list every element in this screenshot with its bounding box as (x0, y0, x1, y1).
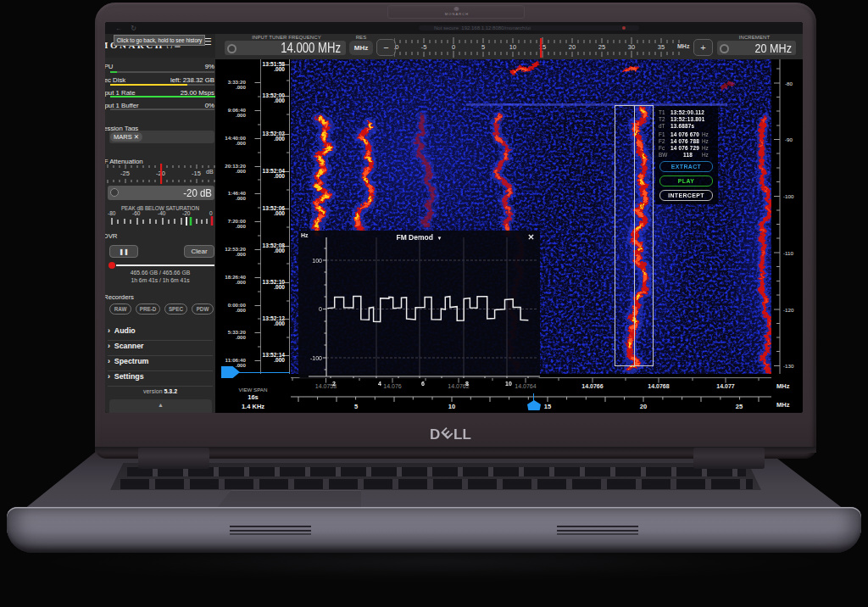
svg-text:-10: -10 (394, 43, 398, 51)
svg-text:100: 100 (312, 258, 322, 264)
svg-text:14.076: 14.076 (383, 383, 402, 389)
svg-text:30: 30 (628, 43, 635, 51)
svg-text:-20: -20 (182, 210, 191, 216)
svg-text:14.0764: 14.0764 (515, 383, 536, 389)
svg-text:14.077: 14.077 (716, 383, 735, 389)
svg-text:15: 15 (544, 403, 551, 410)
svg-text:-90: -90 (785, 136, 793, 142)
svg-text:0: 0 (209, 210, 213, 216)
svg-text:-15: -15 (192, 170, 201, 177)
svg-text:D: D (430, 426, 440, 443)
svg-text:20: 20 (569, 43, 576, 51)
svg-text:-120: -120 (783, 307, 794, 313)
svg-text:LL: LL (453, 426, 471, 443)
svg-text:-40: -40 (158, 210, 166, 216)
svg-text:14.0766: 14.0766 (581, 383, 603, 389)
svg-text:14.0768: 14.0768 (648, 383, 669, 389)
svg-text:-25: -25 (120, 170, 130, 177)
svg-text:-80: -80 (785, 81, 793, 86)
svg-text:5: 5 (481, 43, 485, 51)
svg-text:-5: -5 (421, 43, 427, 51)
svg-text:-80: -80 (108, 210, 116, 216)
svg-text:20: 20 (640, 403, 647, 410)
svg-text:5: 5 (354, 403, 358, 410)
svg-text:10: 10 (448, 403, 455, 410)
svg-text:25: 25 (598, 43, 605, 51)
svg-text:25: 25 (736, 403, 743, 410)
svg-text:-110: -110 (783, 250, 793, 256)
svg-text:-100: -100 (310, 355, 322, 361)
svg-text:0: 0 (452, 43, 455, 51)
svg-text:dB: dB (206, 169, 214, 175)
svg-text:35: 35 (658, 43, 665, 51)
svg-text:-60: -60 (132, 210, 141, 216)
svg-text:-130: -130 (783, 363, 794, 369)
svg-text:0: 0 (319, 306, 322, 312)
svg-text:-100: -100 (783, 193, 794, 199)
svg-text:10: 10 (509, 43, 516, 51)
